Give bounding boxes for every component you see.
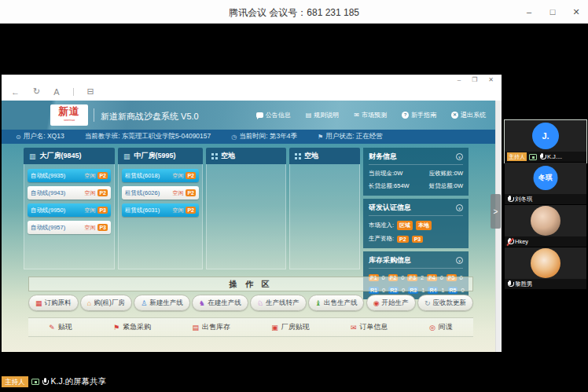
empty-land-header[interactable]: 空地 (289, 148, 360, 164)
status-user-text: 用户名: XQ13 (24, 132, 64, 141)
new-production-line-button[interactable]: ♙ 新建生产线 (134, 295, 190, 311)
sell-inventory-button[interactable]: ▤ 出售库存 (192, 322, 230, 332)
line-status: 空闲 (172, 189, 183, 197)
cash-value: 当前现金:0W (369, 170, 402, 178)
header-menu: 公告信息 ▤ 规则说明 ✉ 市场预测 ? 新手指南 ✕ (256, 111, 486, 119)
line-product-badge: P3 (97, 224, 108, 231)
sell-production-line-button[interactable]: ♝ 出售生产线 (308, 295, 365, 311)
participant-tile-host[interactable]: J. 主持人 K.J.... (505, 120, 586, 163)
line-product-badge: P3 (97, 207, 108, 214)
line-label: 自动线(9950) (31, 207, 84, 214)
header-divider (94, 108, 94, 122)
menu-beginner-guide[interactable]: ? 新手指南 (402, 111, 436, 119)
line-product-badge: P2 (97, 172, 108, 179)
production-line[interactable]: 租赁线(6026) 空闲 P2 (122, 186, 199, 200)
chevron-right-icon[interactable]: > (491, 194, 501, 229)
production-line[interactable]: 自动线(9950) 空闲 P3 (28, 203, 111, 217)
close-button[interactable]: ✕ (564, 0, 588, 24)
menu-announcements[interactable]: 公告信息 (256, 111, 291, 119)
urgent-purchase-button[interactable]: ⚑ 紧急采购 (113, 322, 151, 332)
participant-name: K.J.... (547, 153, 562, 160)
line-label: 自动线(9957) (31, 224, 84, 232)
menu-exit-system[interactable]: ✕ 退出系统 (451, 111, 486, 119)
refresh-icon[interactable]: ↻ (33, 86, 40, 97)
menu-rules[interactable]: ▤ 规则说明 (306, 111, 340, 119)
share-status-text: K.J.的屏幕共享 (51, 376, 107, 387)
operation-buttons: ▦ 订购原料 ⌂ 购(租)厂房 ♙ 新建生产线 ♞ 在建生产线 (28, 295, 473, 311)
status-time: ◷ 当前时间: 第3年4季 (231, 132, 297, 141)
production-line[interactable]: 自动线(9935) 空闲 P2 (28, 169, 111, 182)
land-grid-icon (211, 153, 214, 156)
minimize-button[interactable]: – (517, 0, 541, 24)
spy-button[interactable]: ◎ 间谍 (429, 322, 453, 332)
short-loan-value: 短贷总额:0W (429, 182, 463, 190)
empty-land-body (206, 164, 286, 269)
status-bar: ⊙ 用户名: XQ13 当前教学班: 东莞理工职业学院5-04090157 ◷ … (2, 130, 495, 144)
order-info-icon: ✉ (351, 324, 357, 332)
button-label: 新建生产线 (149, 299, 183, 308)
status-class: 当前教学班: 东莞理工职业学院5-04090157 (85, 132, 211, 141)
collapse-icon[interactable]: ∨ (456, 204, 463, 211)
shared-maximize-button[interactable]: ❐ (472, 76, 477, 83)
line-product-badge: P2 (186, 172, 196, 179)
shared-close-button[interactable]: ✕ (488, 76, 494, 83)
production-line[interactable]: 自动线(9957) 空闲 P3 (28, 221, 111, 234)
order-materials-button[interactable]: ▦ 订购原料 (28, 295, 79, 311)
collapse-icon[interactable]: ∨ (456, 257, 463, 264)
status-state: ⚑ 用户状态: 正在经营 (318, 132, 383, 141)
user-icon: ⊙ (16, 134, 21, 141)
production-line[interactable]: 自动线(9943) 空闲 P2 (28, 186, 111, 200)
participant-tile[interactable]: Hkey (505, 205, 586, 247)
avatar (531, 206, 560, 236)
long-loan-value: 长贷总额:654W (369, 182, 410, 190)
in-construction-line-button[interactable]: ♞ 在建生产线 (192, 295, 248, 311)
discount-button[interactable]: ✎ 贴现 (49, 322, 72, 332)
line-label: 租赁线(6026) (125, 189, 172, 197)
meeting-stage: – ❐ ✕ ← ↻ A ⊟ 新道 seentao 新道新商战沙盘系统 V5.0 (0, 24, 588, 392)
line-conversion-button[interactable]: ♘ 生产线转产 (250, 295, 307, 311)
participants-sidebar: J. 主持人 K.J.... 冬琪 刘冬琪 Hkey (505, 120, 586, 290)
panel-title: 财务信息 (369, 152, 397, 162)
question-circle-icon: ? (402, 112, 409, 119)
screen-share-icon (529, 154, 537, 160)
production-line[interactable]: 租赁线(6031) 空闲 P2 (122, 203, 199, 217)
operation-area-bar: 操 作 区 (28, 277, 473, 291)
menu-market-forecast[interactable]: ✉ 市场预测 (354, 111, 387, 119)
back-icon[interactable]: ← (11, 87, 20, 97)
participant-tile[interactable]: 冬琪 刘冬琪 (505, 163, 586, 205)
save-icon[interactable]: ⊟ (87, 86, 94, 97)
start-production-button[interactable]: ◉ 开始生产 (366, 295, 416, 311)
participant-name-bar: 黎胜男 (505, 279, 586, 289)
empty-land-header[interactable]: 空地 (206, 148, 286, 164)
tool-label: 厂房贴现 (281, 322, 310, 332)
tools-bar: ✎ 贴现 ⚑ 紧急采购 ▤ 出售库存 ▣ 厂房贴现 (28, 317, 473, 337)
line-product-badge: P2 (186, 189, 196, 196)
receivables-update-button[interactable]: ↻ 应收款更新 (417, 295, 473, 311)
buy-rent-factory-button[interactable]: ⌂ 购(租)厂房 (80, 295, 132, 311)
participant-name: Hkey (515, 238, 528, 245)
button-label: 生产线转产 (266, 299, 300, 308)
line-status: 空闲 (172, 207, 183, 214)
factory-discount-button[interactable]: ▣ 厂房贴现 (271, 322, 310, 332)
font-size-icon[interactable]: A (53, 87, 59, 97)
production-line[interactable]: 租赁线(6018) 空闲 P2 (122, 169, 199, 182)
participant-tile[interactable]: 黎胜男 (505, 247, 586, 290)
order-info-button[interactable]: ✉ 订单信息 (351, 322, 388, 332)
line-label: 自动线(9943) (31, 189, 84, 197)
market-access-row: 市场准入: 区域 本地 (369, 221, 463, 230)
factory-name: 中厂房(5995) (134, 151, 176, 161)
xindao-logo: 新道 seentao (50, 104, 88, 126)
factory-header[interactable]: ▥ 中厂房(5995) (118, 148, 203, 164)
maximize-button[interactable]: □ (541, 0, 564, 24)
factory-header[interactable]: ▥ 大厂房(9845) (24, 148, 115, 164)
shared-window-controls: – ❐ ✕ (458, 76, 494, 83)
collapse-icon[interactable]: ∨ (456, 153, 463, 160)
market-badge: 区域 (397, 221, 413, 230)
menu-label: 新手指南 (411, 111, 436, 119)
produce-qualification-row: 生产资格: P2 P3 (369, 235, 463, 243)
shared-minimize-button[interactable]: – (458, 76, 461, 83)
house-icon: ⌂ (87, 299, 91, 307)
participant-name-bar: 刘冬琪 (505, 194, 586, 204)
finance-row: 当前现金:0W 应收账款:0W (369, 170, 463, 178)
host-badge: 主持人 (2, 376, 28, 387)
